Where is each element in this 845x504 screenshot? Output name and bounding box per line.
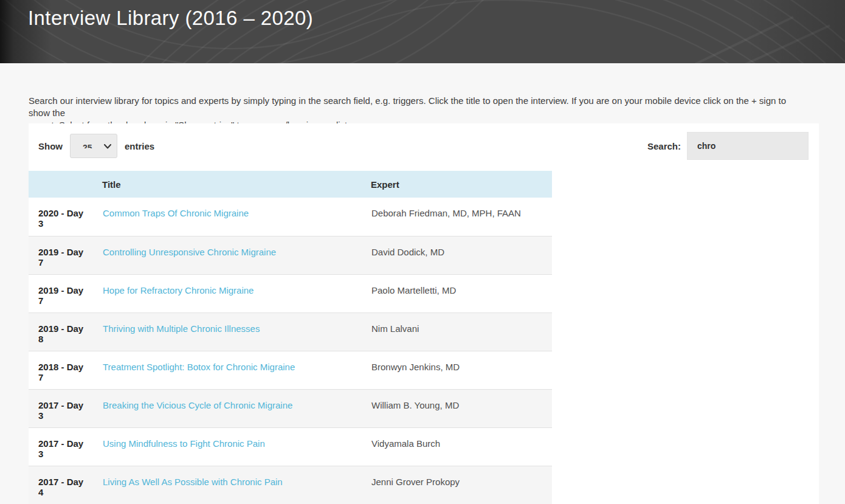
table-row: 2018 - Day 7 Treatment Spotlight: Botox …	[29, 351, 552, 389]
interview-date: 2019 - Day 7	[29, 274, 102, 312]
interview-expert: Vidyamala Burch	[371, 427, 552, 466]
table-row: 2019 - Day 8 Thriving with Multiple Chro…	[29, 312, 552, 351]
table-row: 2019 - Day 7 Hope for Refractory Chronic…	[29, 274, 552, 312]
column-header-title[interactable]: Title	[102, 171, 371, 198]
interview-date: 2018 - Day 7	[29, 351, 102, 389]
page-title: Interview Library (2016 – 2020)	[28, 7, 313, 30]
interview-expert: Deborah Friedman, MD, MPH, FAAN	[371, 198, 552, 236]
entries-per-page-select[interactable]: 25	[70, 134, 117, 158]
interview-title-link[interactable]: Thriving with Multiple Chronic Illnesses	[103, 323, 260, 334]
table-controls-row: Show 25 entries Search:	[29, 123, 819, 160]
interview-library-panel: Show 25 entries Search: Title Expert	[29, 123, 819, 504]
interview-expert: Bronwyn Jenkins, MD	[371, 351, 552, 389]
entries-select-value: 25	[83, 143, 92, 148]
show-label: Show	[38, 141, 63, 151]
interview-title-link[interactable]: Treatment Spotlight: Botox for Chronic M…	[103, 362, 295, 372]
page-header: Interview Library (2016 – 2020)	[0, 0, 845, 63]
interview-expert: Nim Lalvani	[371, 312, 552, 351]
table-row: 2020 - Day 3 Common Traps Of Chronic Mig…	[29, 198, 552, 236]
entries-label: entries	[125, 141, 154, 151]
show-entries-control: Show 25 entries	[38, 134, 154, 158]
table-row: 2017 - Day 4 Living As Well As Possible …	[29, 466, 552, 504]
interview-expert: William B. Young, MD	[371, 389, 552, 427]
table-row: 2017 - Day 3 Breaking the Vicious Cycle …	[29, 389, 552, 427]
column-header-date	[29, 171, 102, 198]
interview-title-link[interactable]: Controlling Unresponsive Chronic Migrain…	[103, 247, 276, 257]
interview-table: Title Expert 2020 - Day 3 Common Traps O…	[29, 171, 552, 504]
interview-date: 2019 - Day 7	[29, 236, 102, 274]
interview-expert: David Dodick, MD	[371, 236, 552, 274]
instructions-line-1: Search our interview library for topics …	[29, 95, 786, 118]
interview-date: 2017 - Day 3	[29, 427, 102, 466]
interview-expert: Jenni Grover Prokopy	[371, 466, 552, 504]
interview-title-link[interactable]: Breaking the Vicious Cycle of Chronic Mi…	[103, 400, 292, 410]
instructions-text: Search our interview library for topics …	[0, 63, 809, 131]
search-label: Search:	[647, 141, 681, 151]
interview-date: 2019 - Day 8	[29, 312, 102, 351]
interview-title-link[interactable]: Common Traps Of Chronic Migraine	[103, 208, 249, 218]
table-header-row: Title Expert	[29, 171, 552, 198]
interview-title-link[interactable]: Using Mindfulness to Fight Chronic Pain	[103, 438, 265, 449]
interview-title-link[interactable]: Hope for Refractory Chronic Migraine	[103, 285, 254, 295]
table-row: 2017 - Day 3 Using Mindfulness to Fight …	[29, 427, 552, 466]
interview-title-link[interactable]: Living As Well As Possible with Chronic …	[103, 477, 283, 487]
search-control: Search:	[647, 132, 809, 160]
interview-date: 2020 - Day 3	[29, 198, 102, 236]
column-header-expert[interactable]: Expert	[371, 171, 552, 198]
interview-date: 2017 - Day 4	[29, 466, 102, 504]
search-input[interactable]	[687, 132, 809, 160]
interview-date: 2017 - Day 3	[29, 389, 102, 427]
table-row: 2019 - Day 7 Controlling Unresponsive Ch…	[29, 236, 552, 274]
interview-expert: Paolo Martelletti, MD	[371, 274, 552, 312]
chevron-down-icon	[104, 144, 111, 149]
